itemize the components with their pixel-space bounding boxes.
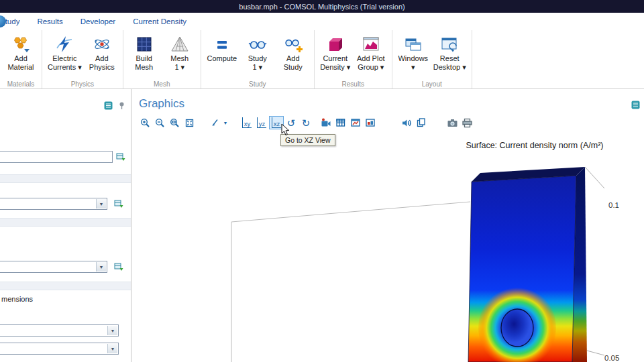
group-label-physics: Physics bbox=[42, 80, 123, 88]
study-1-button[interactable]: Study 1 ▾ bbox=[241, 33, 274, 78]
ribbon: Add Material Materials Electric Currents… bbox=[0, 30, 644, 89]
axis-ruler bbox=[585, 167, 604, 355]
rotate-clockwise-icon[interactable]: ↻ bbox=[299, 116, 313, 129]
chevron-down-icon[interactable]: ▼ bbox=[222, 121, 229, 125]
current-density-button[interactable]: Current Density ▾ bbox=[319, 33, 352, 78]
animation-icon[interactable] bbox=[319, 116, 333, 129]
windows-icon bbox=[403, 34, 423, 54]
table-icon[interactable] bbox=[333, 116, 348, 129]
add-material-button[interactable]: Add Material bbox=[4, 33, 38, 78]
panel-menu-icon[interactable] bbox=[104, 101, 113, 113]
ribbon-group-layout: Windows ▾ Reset Desktop ▾ Layout bbox=[392, 30, 472, 88]
zoom-box-icon[interactable] bbox=[167, 116, 182, 129]
title-bar[interactable]: busbar.mph - COMSOL Multiphysics (Trial … bbox=[0, 0, 644, 13]
graphics-panel: Graphics bbox=[132, 89, 644, 362]
electric-currents-icon bbox=[54, 34, 74, 54]
graphics-panel-menu-icon[interactable] bbox=[631, 100, 640, 112]
build-mesh-button[interactable]: Build Mesh bbox=[127, 33, 161, 78]
group-label-study: Study bbox=[201, 80, 314, 88]
group-label-layout: Layout bbox=[392, 80, 472, 88]
field-select-icon[interactable] bbox=[113, 198, 125, 210]
plot-in-window-icon[interactable] bbox=[348, 116, 363, 129]
option-combobox[interactable]: ▼ bbox=[0, 261, 107, 273]
compute-equals-icon bbox=[212, 34, 232, 54]
comsol-window: busbar.mph - COMSOL Multiphysics (Trial … bbox=[0, 0, 644, 362]
section-divider bbox=[0, 174, 131, 183]
go-to-default-view-icon[interactable] bbox=[207, 116, 222, 129]
field-select-icon[interactable] bbox=[115, 151, 127, 163]
dock-plot-icon[interactable] bbox=[363, 116, 378, 129]
add-plot-group-icon bbox=[361, 34, 381, 54]
image-snapshot-icon[interactable] bbox=[445, 116, 460, 129]
ribbon-group-materials: Add Material Materials bbox=[0, 30, 42, 88]
field-select-icon[interactable] bbox=[113, 261, 125, 273]
ribbon-group-results: Current Density ▾ Add Plot Group ▾ Resul… bbox=[315, 30, 392, 88]
add-study-button[interactable]: Add Study bbox=[276, 33, 310, 78]
chevron-down-icon: ▼ bbox=[96, 199, 106, 208]
expression-input[interactable] bbox=[0, 151, 113, 163]
tab-results[interactable]: Results bbox=[37, 15, 62, 28]
tab-current-density[interactable]: Current Density bbox=[133, 15, 186, 28]
bounding-box-wireframe bbox=[231, 202, 470, 362]
compute-button[interactable]: Compute bbox=[205, 33, 239, 78]
copy-image-icon[interactable] bbox=[414, 116, 429, 129]
reset-desktop-icon bbox=[439, 34, 460, 54]
zoom-in-icon[interactable] bbox=[138, 116, 152, 129]
section-divider bbox=[0, 282, 131, 290]
zoom-extents-icon[interactable] bbox=[182, 116, 197, 129]
glasses-icon bbox=[248, 34, 268, 54]
add-material-icon bbox=[11, 34, 31, 54]
chevron-down-icon: ▼ bbox=[107, 344, 117, 353]
dimensions-label: mensions bbox=[1, 295, 33, 303]
mesh-icon bbox=[170, 34, 190, 54]
go-to-xy-view-icon[interactable]: xy bbox=[239, 116, 254, 129]
chevron-down-icon: ▼ bbox=[96, 262, 106, 272]
reset-desktop-button[interactable]: Reset Desktop ▾ bbox=[432, 33, 468, 78]
dimension-combobox-2[interactable]: ▼ bbox=[0, 343, 119, 355]
graphics-panel-title: Graphics bbox=[139, 97, 184, 111]
ribbon-group-study: Compute Study 1 ▾ bbox=[201, 30, 315, 88]
print-icon[interactable] bbox=[460, 116, 474, 129]
build-mesh-icon bbox=[134, 34, 154, 54]
mouse-cursor bbox=[281, 123, 290, 139]
atom-icon bbox=[92, 34, 112, 54]
graphics-toolbar: ▼ xy yz xz ↺ ↻ bbox=[138, 115, 474, 130]
busbar-hole bbox=[501, 309, 533, 347]
axis-tick-label-top: 0.1 bbox=[608, 201, 619, 209]
settings-panel: ▼ ▼ mensions ▼ ▼ bbox=[0, 89, 131, 362]
ribbon-tab-bar: Study Results Developer Current Density bbox=[0, 13, 644, 30]
group-label-materials: Materials bbox=[0, 80, 42, 88]
window-title: busbar.mph - COMSOL Multiphysics (Trial … bbox=[239, 3, 405, 11]
windows-button[interactable]: Windows ▾ bbox=[396, 33, 430, 78]
unit-combobox[interactable]: ▼ bbox=[0, 198, 107, 210]
zoom-out-icon[interactable] bbox=[152, 116, 167, 129]
sound-icon[interactable] bbox=[399, 116, 414, 129]
group-label-mesh: Mesh bbox=[123, 80, 201, 88]
add-physics-button[interactable]: Add Physics bbox=[85, 33, 119, 78]
go-to-yz-view-icon[interactable]: yz bbox=[254, 116, 269, 129]
graphics-canvas[interactable]: 0.1 0.05 bbox=[132, 156, 642, 362]
add-plot-group-button[interactable]: Add Plot Group ▾ bbox=[354, 33, 388, 78]
mesh-1-button[interactable]: Mesh 1 ▾ bbox=[163, 33, 197, 78]
add-study-icon bbox=[283, 34, 303, 54]
chevron-down-icon: ▼ bbox=[107, 326, 117, 335]
current-density-cube-icon bbox=[325, 34, 345, 54]
tab-developer[interactable]: Developer bbox=[80, 15, 115, 28]
ribbon-group-physics: Electric Currents ▾ Add Physics Physics bbox=[42, 30, 123, 88]
electric-currents-button[interactable]: Electric Currents ▾ bbox=[46, 33, 83, 78]
busbar-surface-plot bbox=[468, 167, 587, 362]
dimension-combobox-1[interactable]: ▼ bbox=[0, 324, 119, 337]
plot-title: Surface: Current density norm (A/m²) bbox=[421, 141, 644, 150]
group-label-results: Results bbox=[315, 80, 392, 88]
pin-icon[interactable] bbox=[117, 101, 126, 113]
ribbon-group-mesh: Build Mesh Mesh 1 ▾ Mesh bbox=[123, 30, 201, 88]
axis-tick-label-bottom: 0.05 bbox=[604, 354, 619, 362]
section-divider bbox=[0, 218, 131, 227]
